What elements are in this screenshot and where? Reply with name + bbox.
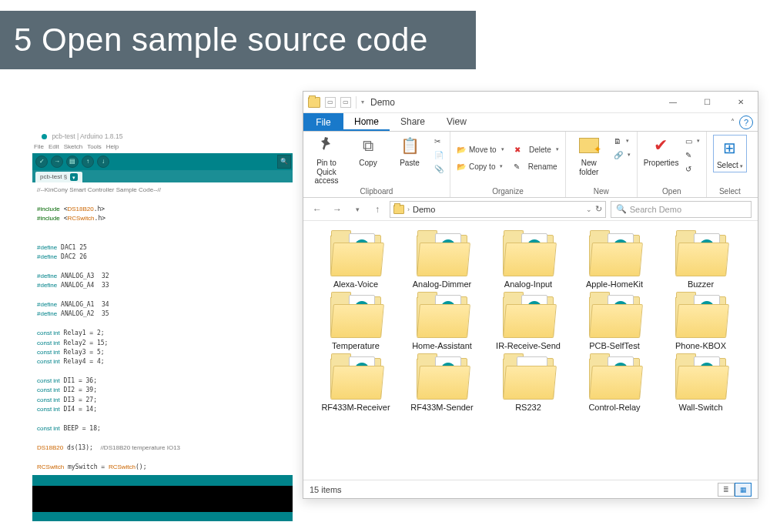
address-bar-row: ← → ▾ ↑ › Demo ⌄ ↻ 🔍 Search Demo [303,198,758,221]
details-view-button[interactable]: ≣ [718,483,735,497]
organize-group-label: Organize [457,187,559,197]
verify-button[interactable]: ✓ [35,156,48,168]
address-bar[interactable]: › Demo ⌄ ↻ [390,201,606,218]
pin-label: Pin to Quick access [310,159,343,186]
folder-item[interactable]: ∞ Control-Relay [579,358,650,412]
back-button[interactable]: ← [310,202,325,217]
easy-access-button[interactable]: 🔗▾ [614,149,631,161]
recent-locations-button[interactable]: ▾ [350,202,365,217]
folder-item[interactable]: ∞ Apple-HomeKit [579,235,650,289]
upload-button[interactable]: → [51,156,63,168]
folder-item[interactable]: ∞ Analog-Input [493,235,564,289]
arduino-folder-icon: ∞ [675,235,726,275]
copy-to-button[interactable]: 📂Copy to▾ ✎ Rename [457,160,559,172]
file-tab[interactable]: File [303,113,343,131]
tab-share[interactable]: Share [390,113,436,131]
new-folder-label: New folder [572,159,606,176]
arduino-folder-icon: ∞ [589,296,640,336]
folder-item[interactable]: ∞ Buzzer [665,235,736,289]
arduino-folder-icon: ∞ [503,235,554,275]
open-sketch-button[interactable]: ↑ [82,156,94,168]
close-button[interactable]: ✕ [724,92,758,113]
view-toggle: ≣ ▦ [718,483,752,497]
arduino-folder-icon: ∞ [675,296,726,336]
menu-tools[interactable]: Tools [87,143,102,150]
folder-label: Control-Relay [579,403,650,412]
page-banner: 5 Open sample source code [0,11,476,69]
forward-button[interactable]: → [330,202,345,217]
history-button[interactable]: ↺ [685,162,700,175]
serial-monitor-button[interactable]: 🔍 [277,155,291,169]
files-grid[interactable]: ∞ Alexa-Voice ∞ Analog-Dimmer ∞ Analog-I… [303,221,758,467]
explorer-titlebar[interactable]: ▭ ▭ ▾ Demo — ☐ ✕ [303,92,758,113]
arduino-footer [32,512,293,521]
arduino-menubar[interactable]: FileEditSketchToolsHelp [32,142,293,153]
folder-item[interactable]: ∞ Alexa-Voice [320,235,391,289]
folder-item[interactable]: ∞ Analog-Dimmer [407,235,477,289]
paste-shortcut-button[interactable]: 📎 [434,162,444,175]
qat-properties-icon[interactable]: ▭ [325,97,336,108]
arduino-folder-icon: ∞ [589,358,640,398]
search-box[interactable]: 🔍 Search Demo [611,201,752,218]
ribbon-collapse-icon[interactable]: ˄ [731,118,735,131]
open-button[interactable]: ▭▾ [685,135,700,147]
maximize-button[interactable]: ☐ [690,92,724,113]
folder-item[interactable]: ∞ Temperature [320,296,391,350]
menu-edit[interactable]: Edit [49,143,59,150]
refresh-button[interactable]: ↻ [595,204,602,214]
arduino-folder-icon: ∞ [589,235,640,275]
search-placeholder: Search Demo [630,205,681,214]
copy-button[interactable]: ⧉ Copy [351,135,385,168]
save-sketch-button[interactable]: ↓ [97,156,109,168]
arduino-logo-dot [42,134,47,139]
arduino-folder-icon: ∞ [330,296,381,336]
folder-item[interactable]: ∞ Phone-KBOX [665,296,736,350]
explorer-window: ▭ ▭ ▾ Demo — ☐ ✕ File HomeShareView ˄ ? … [303,91,758,499]
copy-path-button[interactable]: 📄 [434,149,444,161]
ribbon-group-new: ✦ New folder 🗎▾ 🔗▾ New [566,132,638,197]
edit-icon: ✎ [685,151,691,159]
pin-to-quick-access-button[interactable]: Pin to Quick access [310,135,343,186]
tab-view[interactable]: View [436,113,477,131]
folder-item[interactable]: ∞ RF433M-Receiver [320,358,391,412]
sketch-tab[interactable]: pcb-test § ▾ [35,172,82,182]
menu-file[interactable]: File [34,143,44,150]
folder-item[interactable]: ∞ RS232 [493,358,564,412]
arduino-folder-icon: ∞ [503,296,554,336]
qat-newfolder-icon[interactable]: ▭ [340,97,351,108]
properties-button[interactable]: ✔ Properties [644,135,678,168]
help-button[interactable]: ? [739,115,753,129]
code-editor[interactable]: //--KinCony Smart Controller Sample Code… [32,182,293,475]
clipboard-group-label: Clipboard [310,187,444,197]
arduino-folder-icon: ∞ [675,358,726,398]
move-to-button[interactable]: 📂Move to▾ ✖ Delete▾ [457,143,559,156]
folder-label: RF433M-Receiver [320,403,391,412]
up-button[interactable]: ↑ [370,202,385,217]
folder-item[interactable]: ∞ RF433M-Sender [407,358,477,412]
new-item-button[interactable]: 🗎▾ [614,135,631,147]
paste-button[interactable]: 📋 Paste [393,135,427,168]
new-sketch-button[interactable]: ▤ [66,156,79,168]
ribbon: Pin to Quick access ⧉ Copy 📋 Paste ✂ 📄 📎… [303,132,758,198]
minimize-button[interactable]: — [656,92,690,113]
qat-dropdown-icon[interactable]: ▾ [361,99,364,105]
folder-item[interactable]: ∞ IR-Receive-Send [493,296,564,350]
folder-item[interactable]: ∞ PCB-SelfTest [579,296,650,350]
menu-sketch[interactable]: Sketch [64,143,82,150]
rename-label: Rename [528,162,557,171]
tab-menu-icon[interactable]: ▾ [70,173,78,181]
address-dropdown-icon[interactable]: ⌄ [586,206,592,213]
chevron-down-icon: ▾ [740,163,743,169]
ribbon-group-select: ⊞ Select▾ Select [707,132,753,197]
tab-home[interactable]: Home [343,113,390,131]
folder-item[interactable]: ∞ Home-Assistant [407,296,477,350]
icons-view-button[interactable]: ▦ [735,483,752,497]
menu-help[interactable]: Help [106,143,119,150]
cut-button[interactable]: ✂ [434,135,444,147]
edit-button[interactable]: ✎ [685,149,700,161]
new-folder-button[interactable]: ✦ New folder [572,135,606,176]
select-button[interactable]: ⊞ Select▾ [713,135,747,172]
select-group-label: Select [713,187,747,197]
arduino-console[interactable] [32,486,293,512]
folder-item[interactable]: ∞ Wall-Switch [665,358,736,412]
